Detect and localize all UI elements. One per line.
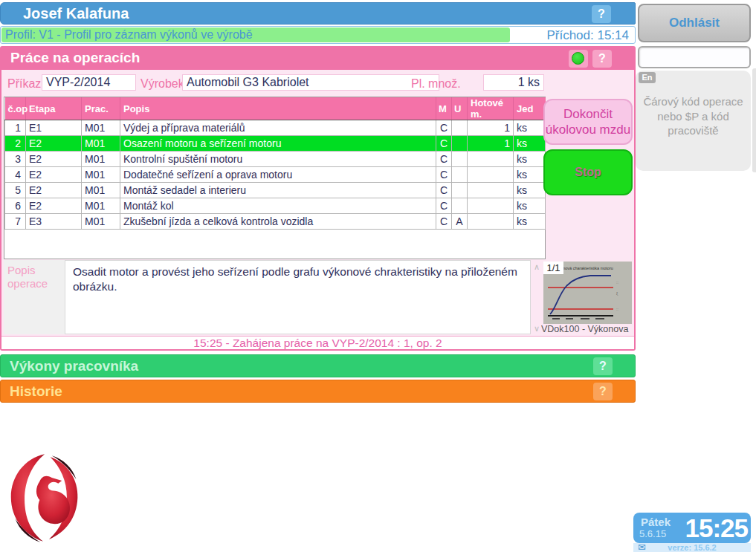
- mail-icon[interactable]: ✉: [638, 542, 646, 552]
- col-header-popis: Popis: [120, 97, 436, 120]
- cell-popis: Kontrolní spuštění motoru: [120, 152, 436, 167]
- help-button-operations[interactable]: ?: [592, 50, 612, 68]
- cell-etapa: E2: [26, 136, 82, 152]
- cell-jed: ks: [514, 120, 546, 136]
- window-edge-strip: [752, 68, 756, 172]
- help-button-performances[interactable]: ?: [593, 357, 613, 375]
- cell-jed: ks: [514, 152, 546, 167]
- cell-hotove: [468, 214, 514, 230]
- qty-field[interactable]: 1 ks: [483, 74, 544, 91]
- cell-u: [452, 136, 468, 152]
- table-row[interactable]: 3E2M01Kontrolní spuštění motoruCks: [5, 152, 546, 167]
- attachment-pager: 1/1: [543, 262, 563, 274]
- table-row[interactable]: 7E3M01Zkušební jízda a celková kontrola …: [5, 214, 546, 230]
- cell-hotove: [468, 183, 514, 198]
- cell-etapa: E2: [26, 152, 82, 167]
- stop-button-label: Stop: [575, 166, 601, 179]
- col-header-m: M: [436, 97, 452, 120]
- operations-table: č.op Etapa Prac. Popis M U Hotové m. Jed…: [4, 97, 546, 230]
- section-worker-performances[interactable]: Výkony pracovníka ?: [0, 354, 636, 377]
- barcode-hint-panel: En Čárový kód operace nebo $P a kód prac…: [636, 71, 751, 171]
- cell-u: [452, 167, 468, 183]
- status-dot-button[interactable]: [569, 50, 588, 68]
- cell-hotove: [468, 152, 514, 167]
- clock-day: Pátek: [641, 516, 671, 528]
- history-title: Historie: [10, 383, 62, 400]
- section-history[interactable]: Historie ?: [0, 380, 636, 403]
- arrival-time: Příchod: 15:14: [546, 27, 629, 43]
- cell-prac: M01: [82, 167, 120, 183]
- cell-prac: M01: [82, 120, 120, 136]
- table-row[interactable]: 4E2M01Dodatečné seřízení a oprava motoru…: [5, 167, 546, 183]
- table-header-row: č.op Etapa Prac. Popis M U Hotové m. Jed: [5, 97, 546, 120]
- version-strip: ✉ verze: 15.6.2: [633, 543, 751, 552]
- cell-m: C: [436, 183, 452, 198]
- table-row[interactable]: 2E2M01Osazení motoru a seřízení motoruC1…: [5, 136, 546, 152]
- help-button-history[interactable]: ?: [593, 383, 613, 400]
- product-field[interactable]: Automobil G3 Kabriolet: [182, 74, 439, 91]
- operation-description-text[interactable]: Osadit motor a provést jeho seřízení pod…: [65, 260, 531, 334]
- firebird-logo: [6, 450, 85, 548]
- order-field[interactable]: VYP-2/2014: [42, 74, 136, 91]
- scroll-down-icon[interactable]: ∨: [532, 324, 542, 334]
- scroll-up-icon[interactable]: ∧: [532, 262, 542, 272]
- cell-cop: 5: [5, 183, 26, 198]
- description-label: Popis operace: [4, 260, 65, 334]
- cell-m: C: [436, 167, 452, 183]
- attachment-caption: VDok100 - Výkonova: [541, 324, 634, 334]
- cell-hotove: [468, 198, 514, 214]
- qty-label: Pl. množ.: [411, 77, 461, 91]
- col-header-cop: č.op: [5, 97, 26, 120]
- order-label: Příkaz: [7, 77, 41, 91]
- operations-section-header[interactable]: Práce na operacích ?: [1, 48, 634, 70]
- language-badge[interactable]: En: [639, 72, 656, 83]
- cell-popis: Osazení motoru a seřízení motoru: [120, 136, 436, 152]
- attachment-thumbnail[interactable]: 1/1 Výkonová charakteristika motoru :: ξ…: [543, 262, 632, 336]
- cell-jed: ks: [514, 167, 546, 183]
- worker-performances-title: Výkony pracovníka: [10, 358, 138, 374]
- profile-bar: Profil: V1 - Profil pro záznam výkonů ve…: [0, 26, 636, 44]
- logout-button[interactable]: Odhlásit: [638, 4, 751, 42]
- user-header-bar: Josef Kalafuna ?: [0, 2, 636, 25]
- col-header-hotove: Hotové m.: [468, 97, 514, 120]
- description-label-line1: Popis: [7, 264, 65, 277]
- cell-hotove: 1: [468, 136, 514, 152]
- finish-button-line2: úkolovou mzdu: [546, 123, 630, 137]
- cell-popis: Zkušební jízda a celková kontrola vozidl…: [120, 214, 436, 230]
- cell-m: C: [436, 136, 452, 152]
- help-button-user[interactable]: ?: [592, 5, 611, 23]
- cell-prac: M01: [82, 198, 120, 214]
- cell-hotove: [468, 167, 514, 183]
- stop-button[interactable]: Stop: [543, 149, 633, 195]
- table-row[interactable]: 6E2M01Montáž kolCks: [5, 198, 546, 214]
- table-row[interactable]: 5E2M01Montáž sedadel a interieruCks: [5, 183, 546, 198]
- col-header-prac: Prac.: [82, 97, 120, 120]
- operations-table-container: č.op Etapa Prac. Popis M U Hotové m. Jed…: [4, 97, 546, 259]
- cell-cop: 7: [5, 214, 26, 230]
- operations-title: Práce na operacích: [10, 50, 140, 66]
- barcode-hint-text: Čárový kód operace nebo $P a kód pracovi…: [636, 94, 751, 138]
- barcode-hint-line1: Čárový kód operace: [636, 94, 751, 109]
- cell-m: C: [436, 152, 452, 167]
- user-name: Josef Kalafuna: [23, 5, 129, 22]
- cell-etapa: E3: [26, 214, 82, 230]
- app-window: Josef Kalafuna ? Profil: V1 - Profil pro…: [0, 0, 756, 552]
- svg-text:::: ::: [616, 280, 618, 285]
- barcode-input[interactable]: [638, 46, 751, 68]
- cell-u: [452, 152, 468, 167]
- clock-widget: Pátek 5.6.15 15:25: [633, 513, 751, 543]
- cell-u: A: [452, 214, 468, 230]
- clock-date: 5.6.15: [639, 528, 666, 539]
- cell-u: [452, 183, 468, 198]
- green-status-dot-icon: [572, 52, 584, 65]
- profile-value: Profil: V1 - Profil pro záznam výkonů ve…: [1, 27, 510, 42]
- cell-prac: M01: [82, 152, 120, 167]
- cell-u: [452, 198, 468, 214]
- cell-jed: ks: [514, 198, 546, 214]
- cell-cop: 1: [5, 120, 26, 136]
- col-header-etapa: Etapa: [26, 97, 82, 120]
- col-header-u: U: [452, 97, 468, 120]
- cell-cop: 6: [5, 198, 26, 214]
- finish-piecework-button[interactable]: Dokončit úkolovou mzdu: [543, 99, 633, 145]
- table-row[interactable]: 1E1M01Výdej a příprava materiálůC1ks: [5, 120, 546, 136]
